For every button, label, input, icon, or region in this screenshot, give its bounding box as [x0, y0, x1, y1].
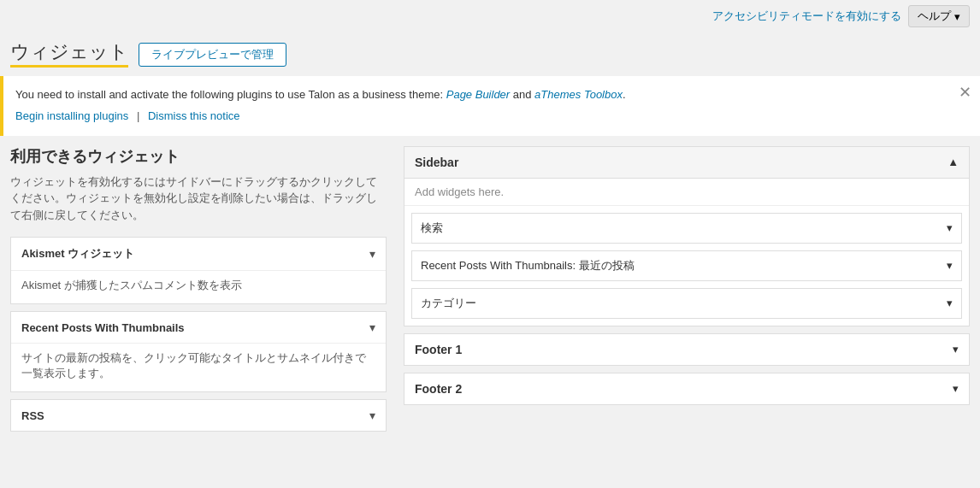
sidebar-area-chevron-icon: ▲	[948, 156, 959, 168]
widget-recent-posts-chevron-icon: ▾	[369, 320, 375, 334]
notice-links: Begin installing plugins | Dismiss this …	[15, 108, 949, 126]
sidebar-widget-recent-posts-chevron-icon: ▾	[947, 259, 953, 272]
right-panel: Sidebar ▲ Add widgets here. 検索 ▾ Recent …	[404, 146, 970, 439]
sidebar-widget-category-chevron-icon: ▾	[947, 297, 953, 309]
footer-area-1-title: Footer 1	[415, 343, 462, 356]
sidebar-widget-recent-posts-header[interactable]: Recent Posts With Thumbnails: 最近の投稿 ▾	[412, 251, 961, 280]
footer-area-2-chevron-icon: ▾	[953, 382, 959, 395]
help-label: ヘルプ	[918, 9, 951, 24]
top-bar: アクセシビリティモードを有効にする ヘルプ ▾	[0, 0, 980, 32]
widget-rss-header[interactable]: RSS ▾	[11, 400, 386, 431]
sidebar-widget-recent-posts: Recent Posts With Thumbnails: 最近の投稿 ▾	[411, 250, 962, 281]
widget-akismet-chevron-icon: ▾	[369, 247, 375, 261]
left-panel: 利用できるウィジェット ウィジェットを有効化するにはサイドバーにドラッグするかク…	[10, 146, 404, 439]
widget-recent-posts-title: Recent Posts With Thumbnails	[21, 321, 185, 334]
sidebar-widget-search-title: 検索	[421, 220, 443, 236]
widget-akismet-header[interactable]: Akismet ウィジェット ▾	[11, 238, 386, 270]
sidebar-widget-recent-posts-title: Recent Posts With Thumbnails: 最近の投稿	[421, 258, 635, 273]
sidebar-widget-category: カテゴリー ▾	[411, 288, 962, 319]
page-header: ウィジェット ライブプレビューで管理	[0, 32, 980, 76]
widget-akismet-desc: Akismet が捕獲したスパムコメント数を表示	[11, 270, 386, 303]
main-content: 利用できるウィジェット ウィジェットを有効化するにはサイドバーにドラッグするかク…	[0, 146, 980, 439]
help-chevron-icon: ▾	[954, 10, 960, 23]
available-widgets-title: 利用できるウィジェット	[10, 146, 387, 167]
footer-area-2-title: Footer 2	[415, 382, 462, 396]
sidebar-area-subtitle: Add widgets here.	[404, 179, 969, 206]
sidebar-widget-search: 検索 ▾	[411, 213, 962, 244]
sidebar-area-title: Sidebar	[415, 156, 458, 169]
help-button[interactable]: ヘルプ ▾	[908, 5, 970, 27]
footer-area-1-chevron-icon: ▾	[953, 343, 959, 356]
footer-area-1-header[interactable]: Footer 1 ▾	[404, 334, 969, 365]
sidebar-area-header[interactable]: Sidebar ▲	[404, 147, 969, 179]
accessibility-link[interactable]: アクセシビリティモードを有効にする	[712, 9, 901, 24]
sidebar-widget-search-header[interactable]: 検索 ▾	[412, 214, 961, 243]
begin-installing-link[interactable]: Begin installing plugins	[15, 109, 128, 122]
notice-text-and: and	[510, 88, 534, 101]
widget-rss-title: RSS	[21, 409, 44, 422]
widget-rss: RSS ▾	[10, 399, 387, 432]
widget-recent-posts: Recent Posts With Thumbnails ▾ サイトの最新の投稿…	[10, 311, 387, 392]
footer-area-1: Footer 1 ▾	[404, 333, 970, 366]
notice-link-page-builder[interactable]: Page Builder	[446, 88, 510, 101]
notice-text-after: .	[623, 88, 626, 101]
available-widgets-desc: ウィジェットを有効化するにはサイドバーにドラッグするかクリックしてください。ウィ…	[10, 173, 387, 224]
footer-area-2-header[interactable]: Footer 2 ▾	[404, 373, 969, 404]
notice-separator: |	[137, 109, 139, 122]
widget-rss-chevron-icon: ▾	[369, 409, 375, 422]
sidebar-area: Sidebar ▲ Add widgets here. 検索 ▾ Recent …	[404, 146, 970, 326]
footer-area-2: Footer 2 ▾	[404, 373, 970, 405]
widget-recent-posts-header[interactable]: Recent Posts With Thumbnails ▾	[11, 312, 386, 343]
sidebar-widget-category-header[interactable]: カテゴリー ▾	[412, 289, 961, 318]
widget-akismet-title: Akismet ウィジェット	[21, 246, 134, 262]
sidebar-widget-search-chevron-icon: ▾	[947, 221, 953, 234]
notice-link-athemes[interactable]: aThemes Toolbox	[534, 88, 623, 101]
notice-dismiss-button[interactable]: ✕	[959, 85, 971, 100]
widget-akismet: Akismet ウィジェット ▾ Akismet が捕獲したスパムコメント数を表…	[10, 237, 387, 304]
sidebar-widget-category-title: カテゴリー	[421, 296, 476, 311]
page-title: ウィジェット	[10, 41, 128, 68]
widget-recent-posts-desc: サイトの最新の投稿を、クリック可能なタイトルとサムネイル付きで一覧表示します。	[11, 343, 386, 391]
notice-text-before: You need to install and activate the fol…	[15, 88, 446, 101]
live-preview-button[interactable]: ライブプレビューで管理	[139, 43, 286, 67]
notice-box: You need to install and activate the fol…	[0, 76, 980, 136]
dismiss-notice-link[interactable]: Dismiss this notice	[148, 109, 240, 122]
